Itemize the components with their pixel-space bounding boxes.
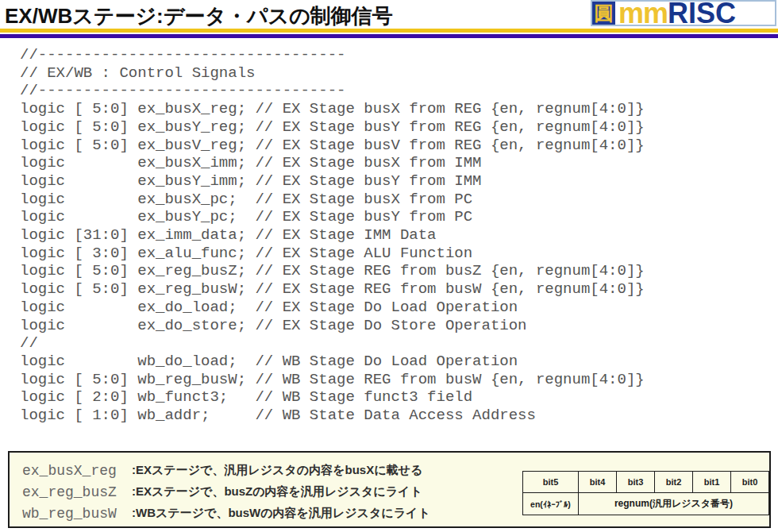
legend-signal-name: ex_reg_busZ (22, 484, 132, 500)
legend-row-ex-reg-busz: ex_reg_busZ :EXステージで、busZの内容を汎用レジスタにライト (22, 481, 430, 503)
slide: EX/WBステージ:データ・パスの制御信号 圓 mm RISC //------… (0, 0, 778, 532)
bitfield-header-bit0: bit0 (730, 472, 768, 493)
legend-signal-desc: :EXステージで、busZの内容を汎用レジスタにライト (132, 484, 422, 499)
legend-row-wb-reg-busw: wb_reg_busW :WBステージで、busWの内容を汎用レジスタにライト (22, 503, 430, 524)
bitfield-header-bit1: bit1 (692, 472, 730, 493)
brand-text-risc: RISC (668, 2, 736, 25)
bitfield-header-bit5: bit5 (523, 472, 579, 493)
bitfield-table: bit5 bit4 bit3 bit2 bit1 bit0 en(ｲﾈｰﾌﾞﾙ)… (522, 471, 769, 515)
brand-text-mm: mm (618, 2, 668, 25)
bitfield-value-row: en(ｲﾈｰﾌﾞﾙ) regnum(汎用レジスタ番号) (523, 493, 769, 515)
legend-signal-desc: :EXステージで、汎用レジスタの内容をbusXに載せる (132, 463, 422, 478)
bitfield-en-cell: en(ｲﾈｰﾌﾞﾙ) (523, 493, 579, 515)
bitfield-header-bit2: bit2 (654, 472, 692, 493)
legend-signal-name: wb_reg_busW (22, 506, 132, 522)
brand-logo: 圓 mm RISC (591, 0, 776, 26)
legend-signal-name: ex_busX_reg (22, 463, 132, 479)
bitfield-header-row: bit5 bit4 bit3 bit2 bit1 bit0 (523, 472, 769, 493)
page-title: EX/WBステージ:データ・パスの制御信号 (5, 2, 393, 30)
bitfield-header-bit4: bit4 (578, 472, 616, 493)
header-divider-purple (0, 34, 778, 38)
code-block: //---------------------------------- // … (20, 46, 645, 425)
bitfield-regnum-cell: regnum(汎用レジスタ番号) (578, 493, 768, 515)
legend-row-ex-busx-reg: ex_busX_reg :EXステージで、汎用レジスタの内容をbusXに載せる (22, 460, 430, 481)
brand-icon: 圓 (592, 2, 615, 25)
legend-box: ex_busX_reg :EXステージで、汎用レジスタの内容をbusXに載せる … (8, 451, 771, 528)
legend-signal-desc: :WBステージで、busWの内容を汎用レジスタにライト (132, 506, 430, 521)
legend-rows: ex_busX_reg :EXステージで、汎用レジスタの内容をbusXに載せる … (22, 460, 430, 524)
bitfield-header-bit3: bit3 (616, 472, 654, 493)
